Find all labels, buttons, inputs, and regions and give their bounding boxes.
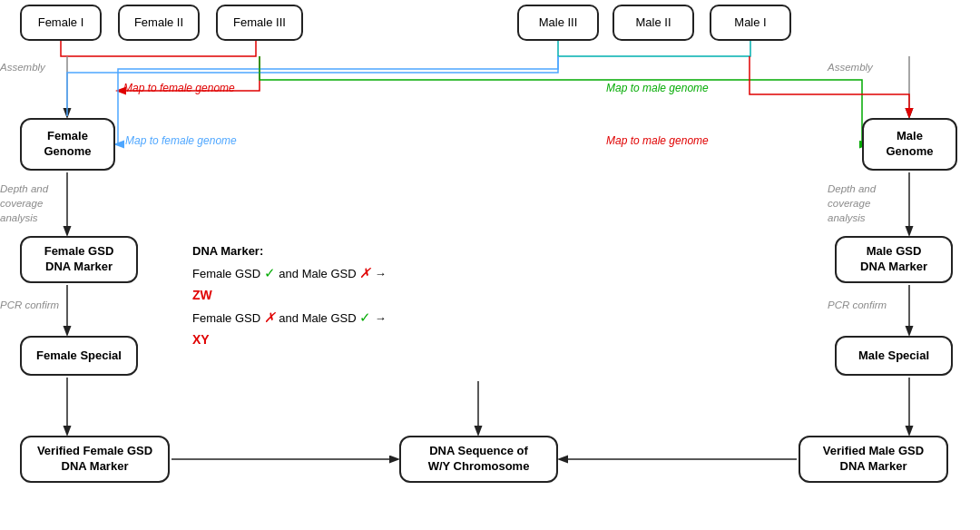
assembly-right-label: Assembly xyxy=(828,62,873,73)
male-genome-box: Male Genome xyxy=(862,118,957,171)
diagram: Female I Female II Female III Male III M… xyxy=(0,0,980,530)
female-genome-box: Female Genome xyxy=(20,118,115,171)
male-iii-box: Male III xyxy=(517,5,599,41)
female-i-box: Female I xyxy=(20,5,102,41)
dna-marker-description: DNA Marker: Female GSD ✓ and Male GSD ✗ … xyxy=(181,234,481,358)
verified-male-box: Verified Male GSD DNA Marker xyxy=(799,436,948,483)
verified-female-box: Verified Female GSD DNA Marker xyxy=(20,436,170,483)
map-to-male-green-label: Map to male genome xyxy=(606,82,709,94)
assembly-left-label: Assembly xyxy=(0,62,45,73)
map-to-female-blue-label: Map to female genome xyxy=(125,134,237,147)
depth-coverage-left-label: Depth andcoverageanalysis xyxy=(0,182,16,225)
male-ii-box: Male II xyxy=(612,5,694,41)
map-to-female-red-label: Map to female genome xyxy=(123,82,235,94)
female-iii-box: Female III xyxy=(216,5,303,41)
female-special-box: Female Special xyxy=(20,336,138,376)
female-gsd-box: Female GSD DNA Marker xyxy=(20,236,138,283)
dna-sequence-box: DNA Sequence of W/Y Chromosome xyxy=(399,436,558,483)
depth-coverage-right-label: Depth andcoverageanalysis xyxy=(828,182,876,225)
male-gsd-box: Male GSD DNA Marker xyxy=(835,236,953,283)
male-i-box: Male I xyxy=(710,5,791,41)
map-to-male-red-label: Map to male genome xyxy=(606,134,709,147)
female-ii-box: Female II xyxy=(118,5,200,41)
male-special-box: Male Special xyxy=(835,336,953,376)
pcr-confirm-left-label: PCR confirm xyxy=(0,299,59,310)
pcr-confirm-right-label: PCR confirm xyxy=(828,299,887,310)
